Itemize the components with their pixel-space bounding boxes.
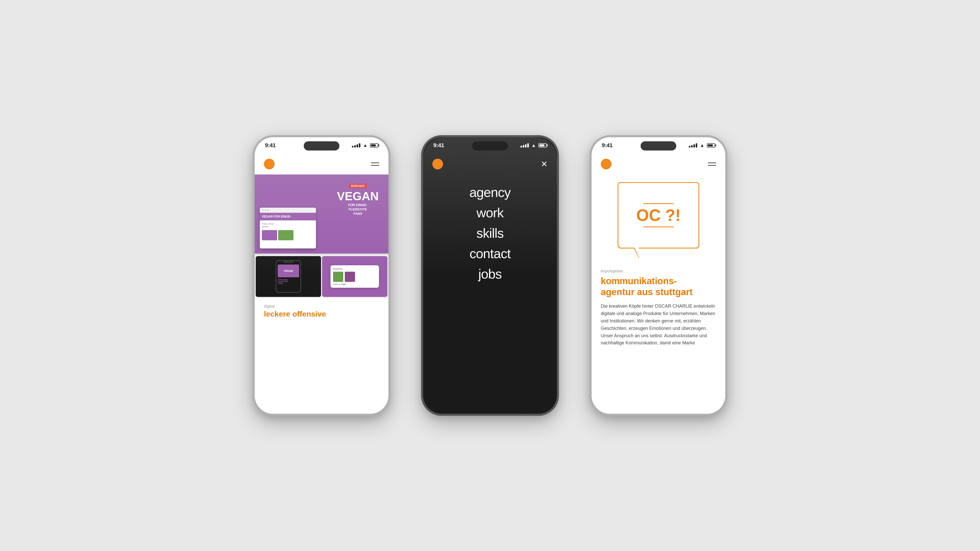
logo-2[interactable] [432,159,443,169]
battery-3 [707,143,715,148]
time-3: 9:41 [602,142,612,149]
phone2-header: ✕ [423,154,557,175]
project-title: leckere offensive [264,310,379,318]
status-icons-3: ▲ [689,143,715,148]
dynamic-island-3 [641,141,676,151]
time-1: 9:41 [265,142,275,149]
grid-section: VEGAN FÜR EINGE-FLEISCHTEFANS REZEPTE Le… [255,255,388,298]
speech-bubble-container: OC ?! [592,175,725,254]
wifi-1: ▲ [363,143,368,148]
nav-item-skills[interactable]: skills [476,225,504,241]
speech-line-bottom [643,227,674,227]
browser-bar [260,208,316,213]
time-2: 9:41 [433,142,444,149]
nav-item-work[interactable]: work [476,205,504,221]
agency-section: impulsgeber kommunikations- agentur aus … [592,254,725,352]
phone1-header [255,154,388,175]
browser-body: Pasta. Immer.Überall. [260,221,316,242]
hero-vegan-text: VEGAN [337,190,379,202]
status-icons-2: ▲ [520,143,547,148]
status-bar-1: 9:41 ▲ [255,137,388,154]
battery-2 [538,143,547,148]
grid-item-1: VEGAN FÜR EINGE-FLEISCHTEFANS [256,256,321,297]
hero-subtext: FÜR EINGE- FLEISCHTE FANS [348,203,367,216]
dynamic-island-2 [472,141,508,151]
phone1-screen: BÜRGER VEGAN FÜR EINGE- FLEISCHTE FANS V… [255,154,388,414]
impulsgeber-label: impulsgeber [601,269,716,273]
speech-line-top [643,203,674,204]
signal-3 [689,143,697,148]
burger-brand: BÜRGER [349,184,367,188]
hamburger-menu-1[interactable] [371,162,379,166]
browser-body-text: Pasta. Immer.Überall. [262,222,314,228]
browser-brand: VEGAN FÜR EINGE- [262,215,291,218]
wifi-2: ▲ [531,143,536,148]
status-icons-1: ▲ [352,143,378,148]
hamburger-menu-3[interactable] [708,162,716,166]
logo-3[interactable] [601,159,611,169]
phone-1: 9:41 ▲ BÜRGER [253,135,390,416]
nav-menu: agency work skills contact jobs [423,175,557,292]
category-label: digital [264,304,379,309]
signal-2 [520,143,529,148]
nav-item-jobs[interactable]: jobs [478,266,501,282]
hero-section: BÜRGER VEGAN FÜR EINGE- FLEISCHTE FANS V… [255,175,388,254]
phone2-screen: ✕ agency work skills contact jobs [423,154,557,414]
close-button[interactable]: ✕ [541,160,548,168]
burger-card: BÜRGER VEGAN FÜR EINGE- FLEISCHTE FANS [332,179,383,246]
logo-1[interactable] [264,159,275,169]
phone-2: 9:41 ▲ ✕ agency work skills contact [421,135,559,416]
phone3-header [592,154,725,175]
wifi-3: ▲ [700,143,704,148]
battery-1 [370,143,378,148]
dynamic-island-1 [304,141,339,151]
status-bar-2: 9:41 ▲ [423,137,557,154]
status-bar-3: 9:41 ▲ [592,137,725,154]
browser-mockup: VEGAN FÜR EINGE- Pasta. Immer.Überall. [260,208,316,248]
nav-item-agency[interactable]: agency [469,185,511,200]
agency-title: kommunikations- agentur aus stuttgart [601,275,716,297]
phone1-footer: digital leckere offensive [255,298,388,324]
agency-description: Die kreativen Köpfe hinter OSCAR CHARLIE… [601,303,716,347]
speech-bubble: OC ?! [617,182,699,248]
nav-item-contact[interactable]: contact [469,246,511,261]
signal-1 [352,143,360,148]
phone-3: 9:41 ▲ OC ?! [590,135,727,416]
speech-oc-text: OC ?! [636,207,681,224]
phone3-screen: OC ?! impulsgeber kommunikations- agentu… [592,154,725,414]
browser-nav: VEGAN FÜR EINGE- [260,213,316,221]
grid-item-2: REZEPTE Lecker & Veggie [322,256,387,297]
